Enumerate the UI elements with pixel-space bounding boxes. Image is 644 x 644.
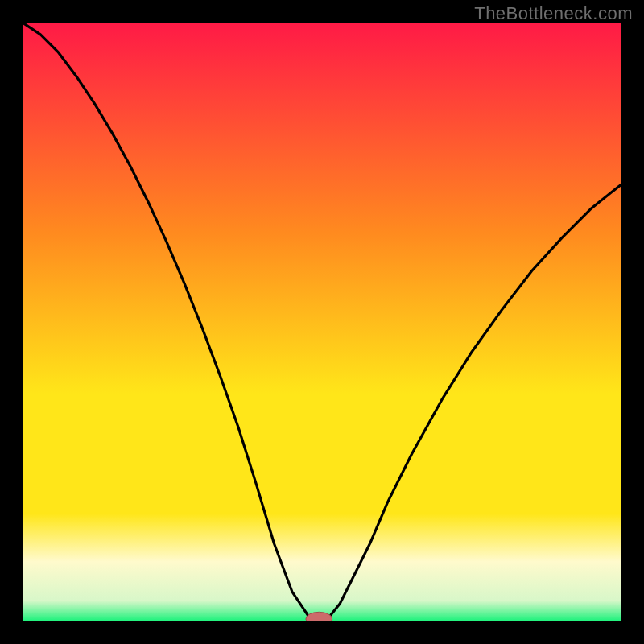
watermark-text: TheBottleneck.com	[474, 3, 633, 24]
plot-area	[23, 23, 621, 621]
gradient-background	[23, 23, 621, 621]
chart-svg	[23, 23, 621, 621]
chart-frame: TheBottleneck.com	[0, 0, 644, 644]
